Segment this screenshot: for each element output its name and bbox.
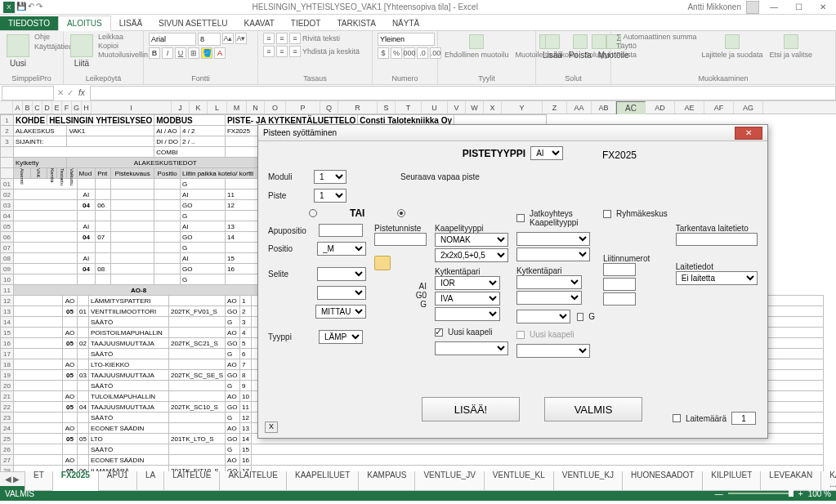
clear-button[interactable]: Poista: [616, 51, 696, 59]
user-avatar-icon[interactable]: [746, 1, 759, 14]
tab-review[interactable]: TARKISTA: [329, 16, 383, 30]
selite-select-2[interactable]: [317, 286, 366, 300]
fill-button[interactable]: Täyttö: [616, 42, 696, 50]
kytkentapari2-2[interactable]: [516, 291, 582, 305]
bold-button[interactable]: B: [149, 47, 160, 59]
tab-layout[interactable]: SIVUN ASETTELU: [150, 16, 235, 30]
liitin-1[interactable]: [603, 263, 636, 276]
delete-cells-button[interactable]: Poista: [567, 33, 593, 61]
tab-formulas[interactable]: KAAVAT: [236, 16, 283, 30]
currency-icon[interactable]: $: [378, 47, 389, 59]
copy-button[interactable]: Kopioi: [98, 42, 148, 50]
decrease-font-icon[interactable]: A▾: [235, 33, 247, 44]
selite-select-1[interactable]: [317, 267, 366, 281]
kytkentapari2-3[interactable]: [516, 310, 570, 323]
autosum-button[interactable]: ∑ Automaattinen summa: [616, 33, 696, 41]
wrap-text-button[interactable]: Rivitä teksti: [302, 34, 340, 42]
g-checkbox[interactable]: [577, 313, 583, 321]
kytkentapari-g0-select[interactable]: IVA: [435, 292, 500, 306]
font-color-button[interactable]: A: [214, 47, 226, 59]
find-select-button[interactable]: Etsi ja valitse: [768, 33, 815, 60]
ryhmakeskus-checkbox[interactable]: [603, 210, 611, 218]
align-right-icon[interactable]: ≡: [289, 46, 301, 57]
formula-input[interactable]: [90, 86, 836, 100]
increase-font-icon[interactable]: A▴: [222, 33, 234, 44]
undo-icon[interactable]: ↶: [28, 2, 34, 13]
laitemaara-input[interactable]: [731, 412, 756, 425]
align-top-icon[interactable]: ≡: [263, 33, 275, 44]
piste-select[interactable]: 1: [314, 189, 346, 203]
tyyppi-select[interactable]: LÄMPÖ: [319, 330, 363, 344]
tab-view[interactable]: NÄYTÄ: [384, 16, 427, 30]
kytkentapari-g-select[interactable]: [435, 307, 500, 321]
uusi-kaapeli-select-1[interactable]: [435, 341, 508, 355]
pistetyyppi-select[interactable]: AI: [530, 146, 563, 160]
sheet-nav-first-icon[interactable]: ◀: [5, 475, 11, 484]
cut-button[interactable]: Leikkaa: [98, 33, 148, 41]
redo-icon[interactable]: ↷: [36, 2, 42, 13]
fill-color-button[interactable]: 🪣: [201, 47, 212, 59]
border-button[interactable]: ⊞: [188, 47, 199, 59]
zoom-in-icon[interactable]: +: [798, 489, 803, 498]
inc-dec-icon[interactable]: .0: [417, 47, 428, 59]
number-format-select[interactable]: [378, 33, 435, 46]
jatko-select-1[interactable]: [516, 232, 590, 246]
font-size-select[interactable]: [198, 33, 221, 46]
col-ac-selected[interactable]: AC: [616, 101, 646, 115]
cell-kohde[interactable]: KOHDE: [14, 115, 47, 126]
tab-file[interactable]: TIEDOSTO: [0, 16, 58, 30]
align-bot-icon[interactable]: ≡: [289, 33, 301, 44]
kaapelityyppi-select-2[interactable]: 2x2x0,5+0,5: [435, 248, 508, 262]
uusi-button[interactable]: Uusi: [5, 33, 31, 69]
zoom-level[interactable]: 100 %: [808, 489, 831, 498]
close-button[interactable]: ✕: [813, 2, 833, 11]
folder-icon[interactable]: [374, 256, 391, 270]
jatkoyhteys-checkbox[interactable]: [516, 214, 525, 222]
kytkentapari-ai-select[interactable]: IOR: [435, 276, 500, 290]
cond-format-button[interactable]: Ehdollinen muotoilu: [443, 33, 511, 60]
sheet-nav-last-icon[interactable]: ▶: [13, 475, 20, 484]
paste-button[interactable]: Liitä: [69, 33, 95, 69]
lisaa-button[interactable]: LISÄÄ!: [422, 397, 520, 421]
valmis-button[interactable]: VALMIS: [544, 397, 642, 421]
align-left-icon[interactable]: ≡: [263, 46, 275, 57]
kytkentapari2-1[interactable]: [516, 275, 582, 289]
minimize-button[interactable]: —: [764, 2, 784, 11]
enter-icon[interactable]: ✓: [67, 88, 74, 97]
name-box[interactable]: [2, 86, 54, 100]
zoom-out-icon[interactable]: —: [715, 489, 723, 498]
tab-home[interactable]: ALOITUS: [58, 16, 111, 31]
tarkentava-input[interactable]: [676, 233, 758, 246]
zoom-slider[interactable]: [728, 493, 794, 494]
insert-cells-button[interactable]: Lisää: [541, 33, 564, 61]
align-mid-icon[interactable]: ≡: [276, 33, 288, 44]
underline-button[interactable]: U: [175, 47, 186, 59]
sort-filter-button[interactable]: Lajittele ja suodata: [700, 33, 764, 60]
comma-icon[interactable]: 000: [404, 47, 415, 59]
laitemaara-checkbox[interactable]: [673, 414, 681, 422]
tab-insert[interactable]: LISÄÄ: [111, 16, 150, 30]
laitetiedot-select[interactable]: Ei laitetta: [676, 271, 758, 285]
positio-select[interactable]: _M: [317, 242, 366, 256]
percent-icon[interactable]: %: [391, 47, 402, 59]
liitin-3[interactable]: [603, 292, 636, 306]
merge-button[interactable]: Yhdistä ja keskitä: [302, 47, 360, 56]
radio-left[interactable]: [309, 209, 317, 217]
moduli-select[interactable]: 1: [314, 170, 346, 184]
cancel-icon[interactable]: ✕: [57, 88, 64, 97]
maximize-button[interactable]: ☐: [789, 2, 808, 11]
dialog-x-button[interactable]: X: [265, 421, 278, 433]
apupositio-input[interactable]: [319, 224, 363, 237]
align-center-icon[interactable]: ≡: [276, 46, 288, 57]
italic-button[interactable]: I: [162, 47, 173, 59]
uusi-kaapeli-checkbox-1[interactable]: [435, 328, 443, 337]
dialog-close-button[interactable]: ✕: [735, 127, 762, 140]
uusi-kaapeli-select-2[interactable]: [516, 344, 590, 358]
font-name-select[interactable]: [149, 33, 196, 46]
liitin-2[interactable]: [603, 278, 636, 291]
radio-right[interactable]: [397, 209, 405, 217]
tab-data[interactable]: TIEDOT: [283, 16, 329, 30]
format-painter-button[interactable]: Muotoilusivellin: [98, 51, 148, 59]
selite-select-3[interactable]: MITTAUS: [315, 305, 366, 319]
jatko-select-2[interactable]: [516, 248, 590, 261]
